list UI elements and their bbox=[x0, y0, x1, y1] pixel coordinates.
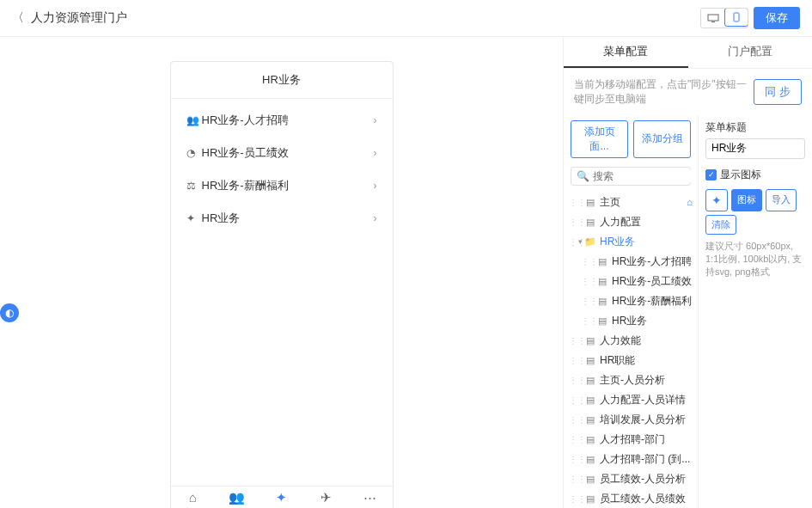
back-icon[interactable]: 〈 bbox=[12, 10, 24, 26]
tree-item[interactable]: ⋮⋮▤HR业务-薪酬福利 bbox=[564, 291, 698, 311]
phone-menu-item[interactable]: ⚖HR业务-薪酬福利› bbox=[171, 169, 393, 202]
tree-item[interactable]: ⋮⋮▤HR业务 bbox=[564, 311, 698, 331]
search-icon: 🔍 bbox=[577, 170, 589, 182]
tree-item[interactable]: ⋮⋮▤人才招聘-部门 (到... bbox=[564, 450, 698, 469]
chevron-right-icon: › bbox=[374, 212, 377, 224]
tree-node-label: 人才招聘-部门 (到... bbox=[600, 452, 693, 467]
tree-item[interactable]: ⋮⋮▤HR业务-员工绩效 bbox=[564, 272, 698, 291]
tree-item[interactable]: ⋮⋮▤HR业务-人才招聘 bbox=[564, 252, 698, 272]
device-mobile-button[interactable] bbox=[724, 8, 748, 27]
tree-item[interactable]: ⋮⋮▤人力效能 bbox=[564, 331, 698, 351]
sync-button[interactable]: 同 步 bbox=[754, 79, 802, 105]
chevron-right-icon: › bbox=[374, 114, 377, 126]
tree-node-icon: ▤ bbox=[584, 454, 596, 465]
tree-node-icon: ▤ bbox=[584, 355, 596, 366]
menu-item-icon: ◔ bbox=[186, 147, 202, 159]
tree-node-icon: ▤ bbox=[584, 197, 596, 208]
show-icon-label: 显示图标 bbox=[720, 168, 761, 182]
bottom-tab[interactable]: ⋯更多 bbox=[348, 490, 393, 508]
add-page-button[interactable]: 添加页面... bbox=[571, 120, 628, 158]
icon-clear-button[interactable]: 清除 bbox=[705, 215, 736, 235]
bottom-tab[interactable]: ✦HR业务 bbox=[259, 490, 304, 508]
tab-portal-config[interactable]: 门户配置 bbox=[688, 37, 813, 68]
phone-preview: HR业务 👥HR业务-人才招聘›◔HR业务-员工绩效›⚖HR业务-薪酬福利›✦H… bbox=[170, 61, 394, 508]
tree-node-label: HR业务-人才招聘 bbox=[612, 254, 693, 269]
tab-icon: 👥 bbox=[229, 490, 245, 505]
menu-item-label: HR业务 bbox=[202, 211, 374, 226]
drag-handle-icon[interactable]: ⋮⋮ bbox=[569, 415, 576, 425]
tree-node-label: 主页-人员分析 bbox=[600, 373, 693, 388]
mobile-icon bbox=[733, 12, 740, 22]
tree-item[interactable]: ⋮⋮▤HR职能 bbox=[564, 351, 698, 370]
tree-item[interactable]: ⋮⋮▾📁HR业务 bbox=[564, 232, 698, 252]
drag-handle-icon[interactable]: ⋮⋮ bbox=[569, 336, 576, 346]
add-group-button[interactable]: 添加分组 bbox=[633, 120, 691, 158]
drag-handle-icon[interactable]: ⋮⋮ bbox=[569, 376, 576, 385]
tree-item[interactable]: ⋮⋮▤员工绩效-人员绩效 bbox=[564, 489, 698, 508]
tab-icon: ✈ bbox=[321, 490, 332, 505]
icon-import-button[interactable]: 导入 bbox=[766, 189, 797, 211]
tree-item[interactable]: ⋮⋮▤人才招聘-部门 bbox=[564, 430, 698, 450]
tree-item[interactable]: ⋮⋮▤员工绩效-人员分析 bbox=[564, 469, 698, 489]
menu-title-input[interactable] bbox=[705, 138, 805, 159]
tree-item[interactable]: ⋮⋮▤主页⌂ bbox=[564, 193, 698, 212]
phone-bottom-tabs: ⌂主页👥人力配置✦HR业务✈人力效能⋯更多 bbox=[171, 486, 393, 508]
search-input-wrapper[interactable]: 🔍 bbox=[571, 167, 691, 186]
phone-menu-item[interactable]: ✦HR业务› bbox=[171, 202, 393, 235]
tree-item[interactable]: ⋮⋮▤人力配置 bbox=[564, 212, 698, 232]
chevron-right-icon: › bbox=[374, 180, 377, 192]
drag-handle-icon[interactable]: ⋮⋮ bbox=[569, 494, 576, 504]
menu-item-icon: 👥 bbox=[186, 114, 202, 126]
tree-node-icon: ▤ bbox=[584, 493, 596, 505]
device-toggle-group bbox=[700, 8, 748, 28]
icon-preview[interactable]: ✦ bbox=[705, 189, 728, 211]
menu-item-label: HR业务-员工绩效 bbox=[202, 145, 374, 161]
tree-node-label: HR业务 bbox=[600, 235, 693, 249]
tree-node-icon: ▤ bbox=[596, 296, 608, 307]
home-icon: ⌂ bbox=[687, 197, 693, 207]
tree-node-label: 人力效能 bbox=[600, 334, 693, 348]
side-collapse-button[interactable]: ◐ bbox=[0, 303, 19, 322]
bottom-tab[interactable]: ✈人力效能 bbox=[303, 490, 348, 508]
tree-item[interactable]: ⋮⋮▤培训发展-人员分析 bbox=[564, 410, 698, 430]
drag-handle-icon[interactable]: ⋮⋮ bbox=[569, 356, 576, 365]
tree-node-label: 培训发展-人员分析 bbox=[600, 413, 693, 427]
tree-node-icon: ▤ bbox=[584, 375, 596, 386]
tree-item[interactable]: ⋮⋮▤主页-人员分析 bbox=[564, 370, 698, 390]
bottom-tab[interactable]: ⌂主页 bbox=[171, 490, 216, 508]
drag-handle-icon[interactable]: ⋮⋮ bbox=[569, 474, 576, 484]
drag-handle-icon[interactable]: ⋮⋮ bbox=[569, 198, 576, 207]
phone-menu-item[interactable]: 👥HR业务-人才招聘› bbox=[171, 104, 393, 137]
show-icon-checkbox[interactable]: ✓ bbox=[705, 169, 717, 181]
chevron-right-icon: › bbox=[374, 147, 377, 159]
drag-handle-icon[interactable]: ⋮⋮ bbox=[581, 257, 588, 266]
icon-select-button[interactable]: 图标 bbox=[731, 189, 762, 211]
expand-icon[interactable]: ▾ bbox=[576, 237, 584, 246]
drag-handle-icon[interactable]: ⋮⋮ bbox=[581, 316, 588, 326]
drag-handle-icon[interactable]: ⋮⋮ bbox=[569, 237, 576, 247]
save-button[interactable]: 保存 bbox=[754, 7, 800, 29]
tree-node-label: HR业务 bbox=[612, 314, 693, 328]
tree-node-icon: ▤ bbox=[584, 414, 596, 425]
tab-icon: ⌂ bbox=[189, 490, 197, 505]
drag-handle-icon[interactable]: ⋮⋮ bbox=[581, 297, 588, 306]
tree-node-label: 人力配置-人员详情 bbox=[600, 393, 693, 407]
device-desktop-button[interactable] bbox=[701, 9, 725, 28]
drag-handle-icon[interactable]: ⋮⋮ bbox=[581, 277, 588, 286]
tree-node-icon: 📁 bbox=[584, 236, 596, 248]
search-input[interactable] bbox=[593, 170, 699, 182]
tab-icon: ⋯ bbox=[363, 490, 376, 505]
bottom-tab[interactable]: 👥人力配置 bbox=[215, 490, 259, 508]
tree-node-icon: ▤ bbox=[596, 256, 608, 267]
menu-tree: ⋮⋮▤主页⌂⋮⋮▤人力配置⋮⋮▾📁HR业务⋮⋮▤HR业务-人才招聘⋮⋮▤HR业务… bbox=[564, 189, 698, 508]
phone-menu-list: 👥HR业务-人才招聘›◔HR业务-员工绩效›⚖HR业务-薪酬福利›✦HR业务› bbox=[171, 99, 393, 486]
drag-handle-icon[interactable]: ⋮⋮ bbox=[569, 395, 576, 405]
tree-node-icon: ▤ bbox=[584, 217, 596, 228]
phone-menu-item[interactable]: ◔HR业务-员工绩效› bbox=[171, 137, 393, 169]
drag-handle-icon[interactable]: ⋮⋮ bbox=[569, 455, 576, 464]
tab-menu-config[interactable]: 菜单配置 bbox=[564, 37, 688, 68]
drag-handle-icon[interactable]: ⋮⋮ bbox=[569, 435, 576, 444]
drag-handle-icon[interactable]: ⋮⋮ bbox=[569, 217, 576, 227]
tree-item[interactable]: ⋮⋮▤人力配置-人员详情 bbox=[564, 390, 698, 410]
tab-icon: ✦ bbox=[276, 490, 287, 505]
